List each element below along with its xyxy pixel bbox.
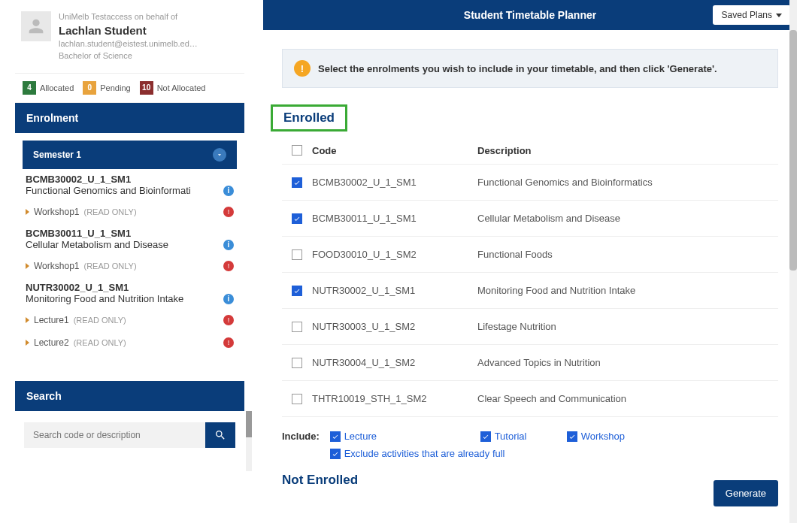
include-exclude-full[interactable]: Exclude activities that are already full <box>330 448 505 459</box>
profile-email: lachlan.student@eistest.unimelb.ed… <box>59 38 238 50</box>
include-row: Include: Lecture Tutorial Workshop Exclu… <box>282 431 778 465</box>
status-not-allocated: 10 Not Allocated <box>140 81 206 95</box>
topbar: Student Timetable Planner Saved Plans <box>263 0 797 30</box>
table-row: NUTR30004_U_1_SM2Advanced Topics in Nutr… <box>282 345 778 381</box>
table-header: Code Description <box>282 138 778 165</box>
include-workshop[interactable]: Workshop <box>567 431 625 442</box>
row-desc: Functional Foods <box>477 249 778 260</box>
expand-icon <box>26 340 29 346</box>
main-panel: Student Timetable Planner Saved Plans ! … <box>263 0 797 523</box>
col-code-header: Code <box>312 145 477 156</box>
row-desc: Monitoring Food and Nutrition Intake <box>477 285 778 296</box>
search-scrollbar-thumb[interactable] <box>246 411 252 437</box>
row-checkbox[interactable] <box>292 177 302 188</box>
search-button[interactable] <box>205 422 235 448</box>
row-code: BCMB30011_U_1_SM1 <box>312 213 477 224</box>
row-code: NUTR30003_U_1_SM2 <box>312 321 477 332</box>
tutorial-checkbox[interactable] <box>480 431 491 442</box>
expand-icon <box>26 263 29 269</box>
avatar <box>21 11 51 41</box>
status-pending: 0 Pending <box>83 81 130 95</box>
row-code: NUTR30002_U_1_SM1 <box>312 285 477 296</box>
expand-icon <box>26 317 29 323</box>
row-desc: Lifestage Nutrition <box>477 321 778 332</box>
activity-row[interactable]: Workshop1(READ ONLY) ! <box>15 255 244 277</box>
alert-banner: ! Select the enrolments you wish to incl… <box>282 49 778 88</box>
status-row: 4 Allocated 0 Pending 10 Not Allocated <box>15 73 244 103</box>
error-icon[interactable]: ! <box>223 315 234 325</box>
generate-button[interactable]: Generate <box>714 480 778 506</box>
include-tutorial[interactable]: Tutorial <box>480 431 567 442</box>
error-icon[interactable]: ! <box>223 207 234 217</box>
profile-degree: Bachelor of Science <box>59 50 238 62</box>
chevron-down-icon <box>213 148 226 162</box>
expand-icon <box>26 209 29 215</box>
row-desc: Advanced Topics in Nutrition <box>477 357 778 368</box>
error-icon[interactable]: ! <box>223 261 234 271</box>
enrolment-item[interactable]: BCMB30011_U_1_SM1 Cellular Metabolism an… <box>15 223 244 255</box>
table-row: FOOD30010_U_1_SM2Functional Foods <box>282 237 778 273</box>
enrolment-header: Enrolment <box>15 103 244 133</box>
allocated-count: 4 <box>23 81 36 95</box>
activity-row[interactable]: Workshop1(READ ONLY) ! <box>15 201 244 223</box>
workshop-checkbox[interactable] <box>567 431 577 442</box>
profile-block: UniMelb Testaccess on behalf of Lachlan … <box>15 0 244 73</box>
alert-icon: ! <box>294 60 311 77</box>
saved-plans-button[interactable]: Saved Plans <box>713 5 791 25</box>
row-checkbox[interactable] <box>292 358 302 368</box>
status-allocated: 4 Allocated <box>23 81 74 95</box>
row-checkbox[interactable] <box>292 286 302 296</box>
search-header: Search <box>15 381 244 411</box>
main-scrollbar-thumb[interactable] <box>789 30 797 271</box>
profile-name: Lachlan Student <box>59 23 238 38</box>
select-all-checkbox[interactable] <box>292 145 302 156</box>
not-allocated-count: 10 <box>140 81 153 95</box>
row-checkbox[interactable] <box>292 249 302 260</box>
caret-down-icon <box>776 14 782 17</box>
row-checkbox[interactable] <box>292 322 302 332</box>
main-scrollbar[interactable] <box>789 0 797 523</box>
semester-toggle[interactable]: Semester 1 <box>23 141 237 169</box>
activity-row[interactable]: Lecture2(READ ONLY) ! <box>15 331 244 354</box>
info-icon[interactable]: i <box>223 186 234 196</box>
lecture-checkbox[interactable] <box>330 431 341 442</box>
info-icon[interactable]: i <box>223 240 234 250</box>
exclude-full-checkbox[interactable] <box>330 449 341 459</box>
row-checkbox[interactable] <box>292 213 302 224</box>
row-code: BCMB30002_U_1_SM1 <box>312 177 477 188</box>
error-icon[interactable]: ! <box>223 337 234 348</box>
row-code: FOOD30010_U_1_SM2 <box>312 249 477 260</box>
search-input[interactable] <box>24 422 205 448</box>
include-label: Include: <box>282 431 327 442</box>
semester-label: Semester 1 <box>33 150 81 160</box>
search-icon <box>214 429 226 441</box>
row-checkbox[interactable] <box>292 394 302 404</box>
row-code: THTR10019_STH_1_SM2 <box>312 393 477 404</box>
table-row: NUTR30002_U_1_SM1Monitoring Food and Nut… <box>282 273 778 309</box>
alert-text: Select the enrolments you wish to includ… <box>318 63 717 74</box>
enrolment-item[interactable]: NUTR30002_U_1_SM1 Monitoring Food and Nu… <box>15 277 244 309</box>
table-row: NUTR30003_U_1_SM2Lifestage Nutrition <box>282 309 778 345</box>
row-desc: Clear Speech and Communication <box>477 393 778 404</box>
row-code: NUTR30004_U_1_SM2 <box>312 357 477 368</box>
row-desc: Cellular Metabolism and Disease <box>477 213 778 224</box>
table-row: BCMB30002_U_1_SM1Functional Genomics and… <box>282 165 778 201</box>
table-row: THTR10019_STH_1_SM2Clear Speech and Comm… <box>282 381 778 417</box>
page-title: Student Timetable Planner <box>464 9 596 21</box>
include-lecture[interactable]: Lecture <box>330 431 480 442</box>
col-desc-header: Description <box>477 145 778 156</box>
table-row: BCMB30011_U_1_SM1Cellular Metabolism and… <box>282 201 778 237</box>
profile-behalf: UniMelb Testaccess on behalf of <box>59 11 238 23</box>
enrolled-heading: Enrolled <box>271 104 347 132</box>
enrolment-table: Code Description BCMB30002_U_1_SM1Functi… <box>282 138 778 417</box>
row-desc: Functional Genomics and Bioinformatics <box>477 177 778 188</box>
pending-count: 0 <box>83 81 96 95</box>
activity-row[interactable]: Lecture1(READ ONLY) ! <box>15 309 244 331</box>
info-icon[interactable]: i <box>223 294 234 304</box>
enrolment-item[interactable]: BCMB30002_U_1_SM1 Functional Genomics an… <box>15 169 244 201</box>
sidebar: UniMelb Testaccess on behalf of Lachlan … <box>15 0 244 523</box>
not-enrolled-heading: Not Enrolled <box>282 473 778 488</box>
